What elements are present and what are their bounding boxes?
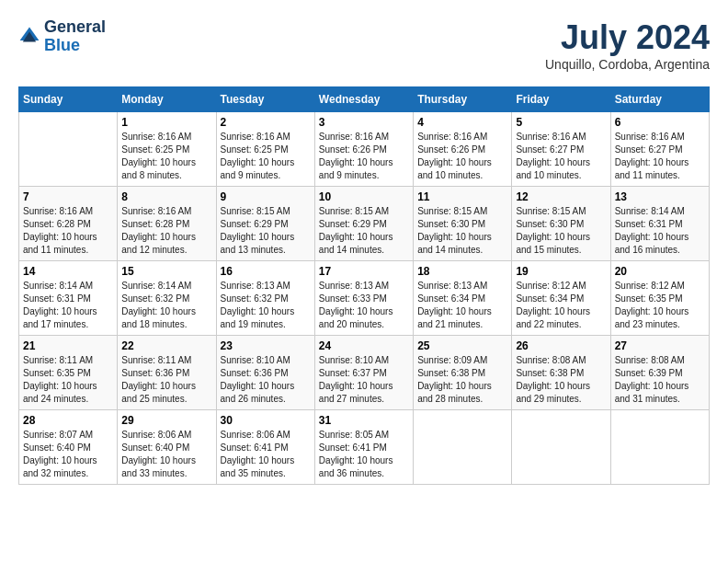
day-info: Sunrise: 8:10 AM Sunset: 6:36 PM Dayligh… [221,354,311,406]
day-info: Sunrise: 8:16 AM Sunset: 6:25 PM Dayligh… [221,131,311,182]
calendar-cell: 18Sunrise: 8:13 AM Sunset: 6:34 PM Dayli… [414,261,512,336]
logo-line2: Blue [44,37,106,55]
day-info: Sunrise: 8:13 AM Sunset: 6:33 PM Dayligh… [319,280,409,331]
col-header-monday: Monday [118,87,216,112]
day-info: Sunrise: 8:16 AM Sunset: 6:28 PM Dayligh… [121,205,211,257]
calendar-cell: 16Sunrise: 8:13 AM Sunset: 6:32 PM Dayli… [216,261,314,336]
calendar-cell: 11Sunrise: 8:15 AM Sunset: 6:30 PM Dayli… [414,187,512,261]
day-info: Sunrise: 8:15 AM Sunset: 6:29 PM Dayligh… [221,205,311,257]
week-row-1: 1Sunrise: 8:16 AM Sunset: 6:25 PM Daylig… [19,112,710,187]
day-info: Sunrise: 8:08 AM Sunset: 6:39 PM Dayligh… [615,354,705,406]
day-info: Sunrise: 8:12 AM Sunset: 6:34 PM Dayligh… [516,280,606,331]
calendar-cell [512,410,610,485]
logo-icon [18,26,40,48]
calendar-cell: 12Sunrise: 8:15 AM Sunset: 6:30 PM Dayli… [512,187,610,261]
col-header-thursday: Thursday [414,87,512,112]
day-number: 10 [319,190,409,203]
day-number: 21 [23,339,113,352]
calendar-cell: 6Sunrise: 8:16 AM Sunset: 6:27 PM Daylig… [610,112,709,187]
col-header-sunday: Sunday [19,87,118,112]
calendar-cell: 21Sunrise: 8:11 AM Sunset: 6:35 PM Dayli… [19,336,118,410]
week-row-3: 14Sunrise: 8:14 AM Sunset: 6:31 PM Dayli… [19,261,710,336]
day-number: 12 [516,190,606,203]
calendar-cell: 14Sunrise: 8:14 AM Sunset: 6:31 PM Dayli… [19,261,118,336]
day-info: Sunrise: 8:09 AM Sunset: 6:38 PM Dayligh… [417,354,507,406]
day-number: 25 [417,339,507,352]
col-header-wednesday: Wednesday [314,87,413,112]
day-number: 5 [516,116,606,129]
calendar-cell [414,410,512,485]
day-number: 17 [319,265,409,278]
calendar-cell [19,112,118,187]
day-number: 9 [221,190,311,203]
day-info: Sunrise: 8:16 AM Sunset: 6:27 PM Dayligh… [615,131,705,182]
calendar-cell: 9Sunrise: 8:15 AM Sunset: 6:29 PM Daylig… [216,187,314,261]
day-info: Sunrise: 8:08 AM Sunset: 6:38 PM Dayligh… [516,354,606,406]
day-number: 20 [615,265,705,278]
week-row-4: 21Sunrise: 8:11 AM Sunset: 6:35 PM Dayli… [19,336,710,410]
day-info: Sunrise: 8:16 AM Sunset: 6:26 PM Dayligh… [319,131,409,182]
day-info: Sunrise: 8:16 AM Sunset: 6:26 PM Dayligh… [417,131,507,182]
header-row: SundayMondayTuesdayWednesdayThursdayFrid… [19,87,710,112]
calendar-cell: 31Sunrise: 8:05 AM Sunset: 6:41 PM Dayli… [314,410,413,485]
calendar-cell: 1Sunrise: 8:16 AM Sunset: 6:25 PM Daylig… [118,112,216,187]
day-number: 22 [121,339,211,352]
calendar-table: SundayMondayTuesdayWednesdayThursdayFrid… [18,86,710,485]
day-info: Sunrise: 8:14 AM Sunset: 6:31 PM Dayligh… [23,280,113,331]
day-info: Sunrise: 8:13 AM Sunset: 6:34 PM Dayligh… [417,280,507,331]
day-number: 30 [221,414,311,427]
day-number: 19 [516,265,606,278]
calendar-cell: 26Sunrise: 8:08 AM Sunset: 6:38 PM Dayli… [512,336,610,410]
day-number: 2 [221,116,311,129]
col-header-tuesday: Tuesday [216,87,314,112]
day-number: 6 [615,116,705,129]
location: Unquillo, Cordoba, Argentina [545,57,710,72]
day-info: Sunrise: 8:10 AM Sunset: 6:37 PM Dayligh… [319,354,409,406]
calendar-cell: 30Sunrise: 8:06 AM Sunset: 6:41 PM Dayli… [216,410,314,485]
day-info: Sunrise: 8:13 AM Sunset: 6:32 PM Dayligh… [221,280,311,331]
calendar-cell: 4Sunrise: 8:16 AM Sunset: 6:26 PM Daylig… [414,112,512,187]
day-info: Sunrise: 8:07 AM Sunset: 6:40 PM Dayligh… [23,429,113,480]
title-block: July 2024 Unquillo, Cordoba, Argentina [545,18,710,72]
week-row-2: 7Sunrise: 8:16 AM Sunset: 6:28 PM Daylig… [19,187,710,261]
day-info: Sunrise: 8:12 AM Sunset: 6:35 PM Dayligh… [615,280,705,331]
calendar-cell: 17Sunrise: 8:13 AM Sunset: 6:33 PM Dayli… [314,261,413,336]
calendar-cell: 3Sunrise: 8:16 AM Sunset: 6:26 PM Daylig… [314,112,413,187]
day-number: 4 [417,116,507,129]
day-info: Sunrise: 8:06 AM Sunset: 6:41 PM Dayligh… [221,429,311,480]
calendar-cell: 7Sunrise: 8:16 AM Sunset: 6:28 PM Daylig… [19,187,118,261]
calendar-cell: 10Sunrise: 8:15 AM Sunset: 6:29 PM Dayli… [314,187,413,261]
day-info: Sunrise: 8:15 AM Sunset: 6:30 PM Dayligh… [417,205,507,257]
day-info: Sunrise: 8:15 AM Sunset: 6:29 PM Dayligh… [319,205,409,257]
page-header: General Blue July 2024 Unquillo, Cordoba… [18,18,710,72]
day-info: Sunrise: 8:14 AM Sunset: 6:32 PM Dayligh… [121,280,211,331]
calendar-cell: 29Sunrise: 8:06 AM Sunset: 6:40 PM Dayli… [118,410,216,485]
calendar-cell [610,410,709,485]
day-info: Sunrise: 8:15 AM Sunset: 6:30 PM Dayligh… [516,205,606,257]
day-number: 1 [121,116,211,129]
day-number: 8 [121,190,211,203]
calendar-cell: 22Sunrise: 8:11 AM Sunset: 6:36 PM Dayli… [118,336,216,410]
logo-line1: General [44,18,106,37]
day-info: Sunrise: 8:11 AM Sunset: 6:35 PM Dayligh… [23,354,113,406]
day-info: Sunrise: 8:11 AM Sunset: 6:36 PM Dayligh… [121,354,211,406]
day-number: 29 [121,414,211,427]
calendar-cell: 15Sunrise: 8:14 AM Sunset: 6:32 PM Dayli… [118,261,216,336]
logo: General Blue [18,18,106,55]
calendar-cell: 28Sunrise: 8:07 AM Sunset: 6:40 PM Dayli… [19,410,118,485]
day-info: Sunrise: 8:06 AM Sunset: 6:40 PM Dayligh… [121,429,211,480]
calendar-cell: 8Sunrise: 8:16 AM Sunset: 6:28 PM Daylig… [118,187,216,261]
day-number: 11 [417,190,507,203]
day-info: Sunrise: 8:16 AM Sunset: 6:25 PM Dayligh… [121,131,211,182]
day-number: 7 [23,190,113,203]
calendar-cell: 20Sunrise: 8:12 AM Sunset: 6:35 PM Dayli… [610,261,709,336]
day-number: 16 [221,265,311,278]
day-number: 28 [23,414,113,427]
day-info: Sunrise: 8:16 AM Sunset: 6:27 PM Dayligh… [516,131,606,182]
day-number: 3 [319,116,409,129]
calendar-cell: 24Sunrise: 8:10 AM Sunset: 6:37 PM Dayli… [314,336,413,410]
day-number: 14 [23,265,113,278]
day-info: Sunrise: 8:05 AM Sunset: 6:41 PM Dayligh… [319,429,409,480]
calendar-cell: 27Sunrise: 8:08 AM Sunset: 6:39 PM Dayli… [610,336,709,410]
day-number: 27 [615,339,705,352]
